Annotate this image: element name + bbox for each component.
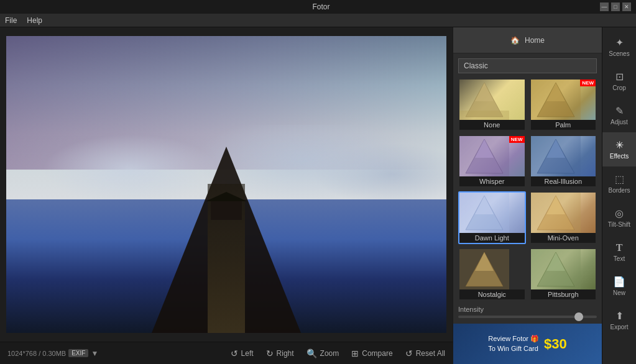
- svg-rect-2: [459, 111, 509, 120]
- effect-pittsburgh-label: Pittsburgh: [531, 289, 596, 299]
- filter-dropdown[interactable]: Classic Lomo Black & White Cross Process…: [458, 58, 597, 73]
- main-area: 1024*768 / 0.30MB EXIF ▼ ↺ Left ↻ Right …: [0, 27, 636, 364]
- effect-palm[interactable]: NEW Palm: [530, 78, 597, 131]
- effect-real-illusion-label: Real-Illusion: [531, 176, 596, 186]
- effect-nostalgic[interactable]: Nostalgic: [458, 248, 526, 301]
- effect-real-illusion-thumb: [531, 136, 596, 176]
- canvas-image: [6, 36, 446, 333]
- banner-line1: Review Fotor 🎁: [488, 334, 539, 344]
- effect-dawn-light[interactable]: Dawn Light: [458, 191, 526, 244]
- effects-grid: None NEW Palm: [458, 78, 597, 301]
- zoom-label: Zoom: [320, 349, 339, 358]
- reset-icon: ↺: [405, 348, 413, 358]
- banner-price: $30: [544, 336, 567, 352]
- effects-label: Effects: [610, 153, 629, 160]
- home-icon: 🏠: [510, 36, 520, 45]
- effect-palm-label: Palm: [531, 120, 596, 130]
- window-controls: — □ ✕: [600, 2, 631, 11]
- app-title: Fotor: [42, 2, 600, 11]
- reset-label: Reset All: [416, 349, 445, 358]
- effect-mini-oven-thumb: [531, 193, 596, 233]
- new-icon: 📄: [613, 276, 625, 288]
- compare-label: Compare: [362, 349, 392, 358]
- new-label: New: [613, 289, 625, 296]
- new-badge-whisper: NEW: [509, 136, 525, 143]
- image-info: 1024*768 / 0.30MB EXIF ▼: [7, 349, 98, 358]
- scenes-icon: ✦: [615, 37, 624, 48]
- exif-badge[interactable]: EXIF: [68, 349, 88, 357]
- banner-text-group: Review Fotor 🎁 To Win Gift Card: [488, 334, 539, 353]
- zoom-button[interactable]: 🔍 Zoom: [306, 348, 339, 358]
- tool-adjust[interactable]: ✎ Adjust: [602, 98, 637, 132]
- home-button[interactable]: 🏠 Home: [453, 27, 602, 53]
- effect-dawn-light-thumb: [459, 193, 525, 233]
- borders-icon: ⬚: [615, 173, 624, 185]
- compare-icon: ⊞: [351, 348, 359, 358]
- effects-icon: ✳: [615, 139, 624, 151]
- reset-all-button[interactable]: ↺ Reset All: [405, 348, 445, 358]
- effect-real-illusion[interactable]: Real-Illusion: [530, 135, 597, 188]
- canvas-wrapper: [0, 27, 453, 342]
- intensity-label: Intensity: [458, 306, 597, 313]
- tool-text[interactable]: T Text: [602, 235, 637, 269]
- intensity-section: Intensity: [458, 306, 597, 318]
- effect-pittsburgh-thumb: [531, 249, 596, 289]
- rotate-right-icon: ↻: [266, 348, 274, 358]
- tool-crop[interactable]: ⊡ Crop: [602, 64, 637, 98]
- minimize-button[interactable]: —: [600, 2, 609, 11]
- banner-line2: To Win Gift Card: [488, 344, 539, 353]
- rotate-left-icon: ↺: [231, 348, 238, 358]
- menubar: File Help: [0, 14, 636, 27]
- bottom-toolbar: 1024*768 / 0.30MB EXIF ▼ ↺ Left ↻ Right …: [0, 342, 453, 364]
- intensity-thumb[interactable]: [574, 312, 583, 321]
- tool-effects[interactable]: ✳ Effects: [602, 132, 637, 166]
- effect-none[interactable]: None: [458, 78, 526, 131]
- close-button[interactable]: ✕: [622, 2, 631, 11]
- crop-icon: ⊡: [615, 71, 624, 83]
- maximize-button[interactable]: □: [611, 2, 620, 11]
- effect-whisper[interactable]: NEW Whisper: [458, 135, 526, 188]
- right-sidebar: 🏠 Home Classic Lomo Black & White Cross …: [453, 27, 602, 364]
- text-label: Text: [614, 255, 625, 262]
- review-banner[interactable]: Review Fotor 🎁 To Win Gift Card $30: [453, 324, 602, 364]
- effect-palm-thumb: NEW: [531, 80, 596, 120]
- adjust-icon: ✎: [615, 105, 624, 117]
- export-label: Export: [611, 324, 629, 330]
- compare-button[interactable]: ⊞ Compare: [351, 348, 392, 358]
- export-icon: ⬆: [615, 310, 624, 322]
- exif-chevron[interactable]: ▼: [91, 349, 98, 358]
- effects-panel: Classic Lomo Black & White Cross Process…: [453, 53, 602, 324]
- tool-borders[interactable]: ⬚ Borders: [602, 166, 637, 201]
- tilt-shift-label: Tilt-Shift: [608, 221, 630, 228]
- home-label: Home: [525, 36, 545, 45]
- image-dimensions: 1024*768 / 0.30MB: [7, 350, 66, 357]
- effect-whisper-label: Whisper: [459, 176, 525, 186]
- effect-mini-oven-label: Mini-Oven: [531, 233, 596, 243]
- effect-none-label: None: [459, 120, 525, 130]
- hut: [211, 201, 242, 220]
- rotate-left-label: Left: [241, 349, 254, 358]
- effect-whisper-thumb: NEW: [459, 136, 525, 176]
- effect-nostalgic-thumb: [459, 249, 525, 289]
- crop-label: Crop: [612, 84, 626, 91]
- tool-tilt-shift[interactable]: ◎ Tilt-Shift: [602, 201, 637, 235]
- tool-scenes[interactable]: ✦ Scenes: [602, 30, 637, 64]
- text-icon: T: [616, 242, 623, 253]
- effect-none-thumb: [459, 80, 525, 120]
- canvas-area: 1024*768 / 0.30MB EXIF ▼ ↺ Left ↻ Right …: [0, 27, 453, 364]
- effect-mini-oven[interactable]: Mini-Oven: [530, 191, 597, 244]
- rotate-right-button[interactable]: ↻ Right: [266, 348, 294, 358]
- borders-label: Borders: [608, 187, 630, 194]
- tool-new[interactable]: 📄 New: [602, 269, 637, 303]
- titlebar: Fotor — □ ✕: [0, 0, 636, 14]
- menu-file[interactable]: File: [5, 16, 17, 25]
- rotate-right-label: Right: [277, 349, 294, 358]
- effect-dawn-light-label: Dawn Light: [459, 233, 525, 243]
- tool-export[interactable]: ⬆ Export: [602, 303, 637, 337]
- rotate-left-button[interactable]: ↺ Left: [231, 348, 254, 358]
- scenes-label: Scenes: [609, 50, 629, 57]
- adjust-label: Adjust: [611, 119, 628, 125]
- menu-help[interactable]: Help: [27, 16, 42, 25]
- effect-pittsburgh[interactable]: Pittsburgh: [530, 248, 597, 301]
- intensity-slider[interactable]: [458, 316, 597, 318]
